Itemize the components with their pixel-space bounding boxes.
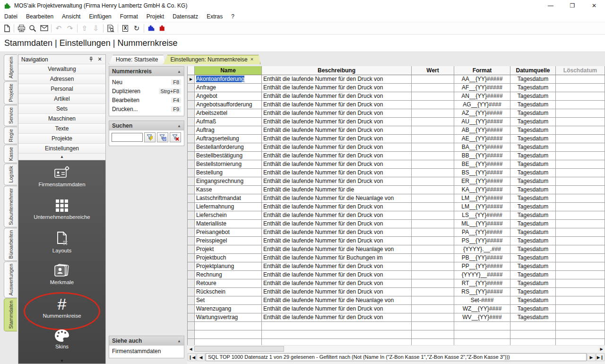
table-row[interactable]: AuftragEnthält die laufende Nummer für d… — [188, 126, 605, 135]
cell-desc[interactable]: Enthält die laufende Nummer für den Druc… — [262, 84, 412, 92]
previous-record-button[interactable]: ◀ — [197, 353, 205, 361]
cell-loesch[interactable] — [556, 186, 605, 194]
cell-wert[interactable] — [412, 194, 454, 203]
nav-category-personal[interactable]: Personal — [18, 84, 105, 94]
cell-fmt[interactable]: LM__{YY}##### — [454, 194, 510, 203]
row-selector[interactable] — [188, 109, 195, 118]
row-selector[interactable] — [188, 288, 195, 296]
row-selector[interactable] — [188, 339, 195, 345]
nav-category-maschinen[interactable]: Maschinen — [18, 114, 105, 124]
table-row[interactable]: RetoureEnthält die laufende Nummer für d… — [188, 279, 605, 288]
cell-fmt[interactable]: PP__{YY}##### — [454, 262, 510, 271]
table-row[interactable]: MateriallisteEnthält die laufende Nummer… — [188, 220, 605, 228]
table-row[interactable]: ArbeitszettelEnthält die laufende Nummer… — [188, 109, 605, 118]
scroll-down-arrow-icon[interactable]: ▼ — [18, 359, 105, 363]
cell-wert[interactable] — [412, 262, 454, 271]
table-row[interactable]: WartungsvertragEnthält die laufende Numm… — [188, 313, 605, 322]
cell-wert[interactable] — [412, 160, 454, 169]
search-input[interactable] — [112, 133, 143, 142]
cell-datum[interactable]: Tagesdatum — [510, 211, 556, 220]
next-record-button[interactable]: ▶ — [587, 353, 596, 361]
cell-fmt[interactable]: AU__{YY}##### — [454, 118, 510, 126]
cell-name[interactable]: Kasse — [195, 186, 262, 194]
print-preview-icon[interactable] — [27, 23, 38, 34]
cell-loesch[interactable] — [556, 118, 605, 126]
cell-datum[interactable]: Tagesdatum — [510, 279, 556, 288]
row-selector[interactable] — [188, 118, 195, 126]
row-selector[interactable] — [188, 271, 195, 279]
cell-loesch[interactable] — [556, 75, 605, 84]
cell-fmt[interactable]: AG__{YY}#### — [454, 101, 510, 109]
move-up-icon[interactable]: ⇧ — [79, 23, 90, 34]
cell-loesch[interactable] — [556, 194, 605, 203]
cell-desc[interactable]: Enthält die laufende Nummer für den Druc… — [262, 160, 412, 169]
row-selector[interactable] — [188, 126, 195, 135]
nav-category-adressen[interactable]: Adressen — [18, 74, 105, 84]
row-selector[interactable] — [188, 135, 195, 143]
row-selector[interactable] — [188, 194, 195, 203]
menu-extras[interactable]: Extras — [202, 12, 227, 21]
cell-datum[interactable] — [510, 339, 556, 345]
cell-name[interactable]: Rückschein — [195, 288, 262, 296]
cell-fmt[interactable] — [454, 322, 510, 330]
cell-desc[interactable] — [262, 330, 412, 339]
new-document-icon[interactable] — [1, 23, 12, 34]
nav-category-projekte[interactable]: Projekte — [18, 134, 105, 144]
cell-name[interactable] — [195, 339, 262, 345]
cell-datum[interactable] — [510, 322, 556, 330]
collapse-icon[interactable]: ▲ — [177, 69, 181, 74]
cell-name[interactable]: Projektplanung — [195, 262, 262, 271]
row-selector[interactable] — [188, 305, 195, 313]
cell-desc[interactable]: Enthält die laufende Nummer für den Druc… — [262, 237, 412, 245]
cell-wert[interactable] — [412, 152, 454, 160]
cell-desc[interactable]: Enthält die laufende Nummer für den Druc… — [262, 126, 412, 135]
collapse-icon[interactable]: ▲ — [177, 339, 181, 343]
last-record-button[interactable]: ▶❙ — [596, 353, 605, 361]
cell-fmt[interactable]: KA__{YY}##### — [454, 186, 510, 194]
cell-loesch[interactable] — [556, 152, 605, 160]
table-row[interactable]: BestellstornierungEnthält die laufende N… — [188, 160, 605, 169]
cell-loesch[interactable] — [556, 101, 605, 109]
table-row[interactable]: SetEnthält die laufende Nummer für die N… — [188, 296, 605, 305]
cell-fmt[interactable]: AE__{YY}##### — [454, 135, 510, 143]
table-row[interactable]: LieferscheinEnthält die laufende Nummer … — [188, 211, 605, 220]
siehe-auch-panel-header[interactable]: Siehe auch ▲ — [109, 336, 184, 346]
nav-category-sets[interactable]: Sets — [18, 104, 105, 114]
table-row[interactable] — [188, 339, 605, 345]
cell-datum[interactable]: Tagesdatum — [510, 271, 556, 279]
cell-datum[interactable]: Tagesdatum — [510, 245, 556, 254]
row-selector[interactable] — [188, 211, 195, 220]
cell-name[interactable]: Warenzugang — [195, 305, 262, 313]
menu-hilfe[interactable]: ? — [227, 12, 239, 21]
cell-wert[interactable] — [412, 288, 454, 296]
cell-name[interactable]: Auftrag — [195, 126, 262, 135]
row-selector[interactable] — [188, 152, 195, 160]
row-selector[interactable] — [188, 143, 195, 152]
row-selector[interactable] — [188, 330, 195, 339]
cell-desc[interactable]: Enthält die laufende Nummer für den Druc… — [262, 313, 412, 322]
cell-wert[interactable] — [412, 135, 454, 143]
cell-loesch[interactable] — [556, 339, 605, 345]
cell-desc[interactable] — [262, 339, 412, 345]
cell-name[interactable]: Akontoanforderung — [195, 75, 262, 84]
cell-loesch[interactable] — [556, 313, 605, 322]
cell-loesch[interactable] — [556, 330, 605, 339]
scroll-right-icon[interactable]: ▶ — [598, 346, 605, 353]
menu-projekt[interactable]: Projekt — [142, 12, 168, 21]
cell-desc[interactable]: Enthält die laufende Nummer für die Neua… — [262, 194, 412, 203]
cell-name[interactable]: Arbeitszettel — [195, 109, 262, 118]
column-header-name[interactable]: Name — [195, 66, 262, 75]
cell-fmt[interactable]: AN__{YY}##### — [454, 92, 510, 101]
close-button[interactable]: ✕ — [583, 0, 605, 11]
cell-loesch[interactable] — [556, 305, 605, 313]
cell-desc[interactable]: Enthält die laufende Nummer für den Druc… — [262, 135, 412, 143]
cell-desc[interactable]: Enthält die laufende Nummer für den Druc… — [262, 152, 412, 160]
cell-datum[interactable]: Tagesdatum — [510, 75, 556, 84]
print-icon[interactable] — [16, 23, 27, 34]
cell-name[interactable]: Bestellbestätigung — [195, 152, 262, 160]
nummernkreis-panel-header[interactable]: Nummernkreis ▲ — [109, 67, 184, 76]
cell-wert[interactable] — [412, 169, 454, 177]
refresh-icon[interactable]: ↻ — [131, 23, 142, 34]
table-row[interactable]: RückscheinEnthält die laufende Nummer fü… — [188, 288, 605, 296]
row-selector[interactable] — [188, 101, 195, 109]
